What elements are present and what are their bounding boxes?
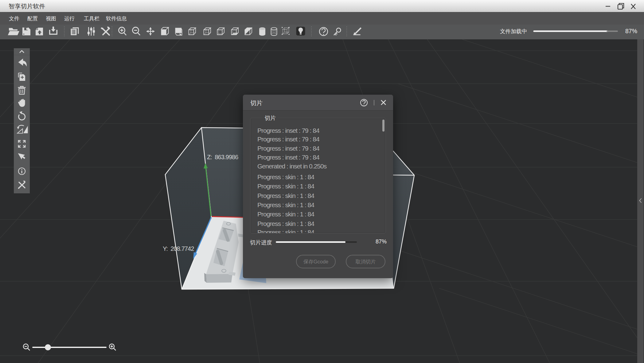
svg-text:87%: 87% bbox=[625, 28, 637, 34]
svg-text:Z: 863.9986: Z: 863.9986 bbox=[207, 154, 238, 160]
svg-text:Y: 208.7742: Y: 208.7742 bbox=[163, 245, 194, 252]
svg-text:文件加载中: 文件加载中 bbox=[500, 28, 527, 34]
